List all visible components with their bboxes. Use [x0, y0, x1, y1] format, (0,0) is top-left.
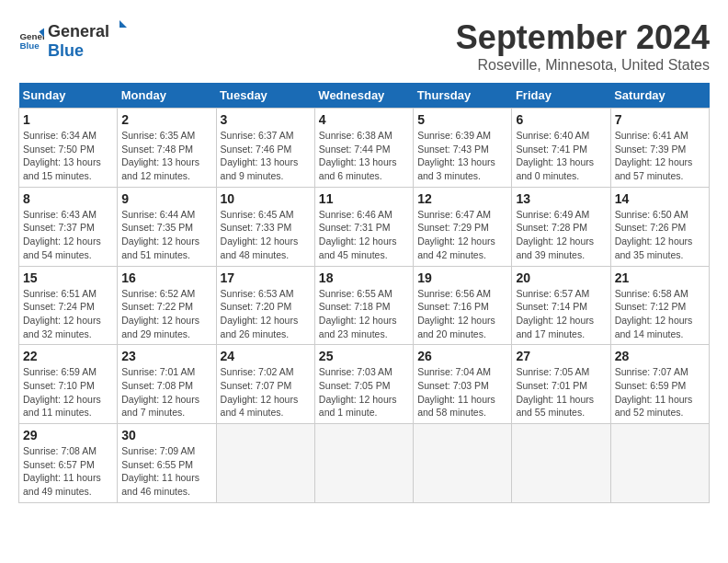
location-title: Roseville, Minnesota, United States [456, 57, 710, 74]
day-number: 28 [615, 349, 705, 363]
day-detail: Sunrise: 7:05 AMSunset: 7:01 PMDaylight:… [516, 365, 606, 419]
day-number: 25 [319, 349, 409, 363]
day-detail: Sunrise: 7:07 AMSunset: 6:59 PMDaylight:… [615, 365, 705, 419]
calendar-cell: 9Sunrise: 6:44 AMSunset: 7:35 PMDaylight… [118, 187, 216, 266]
calendar-cell: 5Sunrise: 6:39 AMSunset: 7:43 PMDaylight… [414, 109, 512, 188]
page-header: General Blue General Blue September 2024… [18, 18, 710, 74]
day-detail: Sunrise: 6:38 AMSunset: 7:44 PMDaylight:… [319, 129, 409, 183]
calendar-cell: 23Sunrise: 7:01 AMSunset: 7:08 PMDayligh… [118, 345, 216, 424]
day-number: 19 [417, 270, 507, 285]
header-thursday: Thursday [414, 83, 512, 109]
day-detail: Sunrise: 6:59 AMSunset: 7:10 PMDaylight:… [23, 365, 113, 419]
calendar-cell: 16Sunrise: 6:52 AMSunset: 7:22 PMDayligh… [118, 266, 216, 345]
header-friday: Friday [512, 83, 610, 109]
calendar-cell: 7Sunrise: 6:41 AMSunset: 7:39 PMDaylight… [610, 109, 709, 188]
day-number: 7 [615, 112, 705, 127]
calendar-cell: 11Sunrise: 6:46 AMSunset: 7:31 PMDayligh… [314, 187, 413, 266]
header-row: SundayMondayTuesdayWednesdayThursdayFrid… [19, 83, 710, 109]
calendar-cell: 14Sunrise: 6:50 AMSunset: 7:26 PMDayligh… [610, 187, 709, 266]
calendar-cell: 3Sunrise: 6:37 AMSunset: 7:46 PMDaylight… [216, 109, 314, 188]
day-detail: Sunrise: 6:46 AMSunset: 7:31 PMDaylight:… [319, 208, 409, 262]
day-detail: Sunrise: 6:55 AMSunset: 7:18 PMDaylight:… [319, 287, 409, 341]
day-detail: Sunrise: 6:44 AMSunset: 7:35 PMDaylight:… [121, 208, 211, 262]
day-number: 17 [221, 270, 311, 285]
day-number: 14 [615, 191, 705, 206]
calendar-cell [314, 424, 413, 503]
calendar-cell [610, 424, 709, 503]
day-detail: Sunrise: 6:52 AMSunset: 7:22 PMDaylight:… [121, 287, 211, 341]
day-number: 30 [121, 428, 211, 442]
calendar-cell: 8Sunrise: 6:43 AMSunset: 7:37 PMDaylight… [19, 187, 118, 266]
day-detail: Sunrise: 6:51 AMSunset: 7:24 PMDaylight:… [23, 287, 113, 341]
calendar-cell: 30Sunrise: 7:09 AMSunset: 6:55 PMDayligh… [118, 424, 216, 503]
day-number: 8 [23, 191, 113, 206]
day-number: 10 [221, 191, 311, 206]
week-row-5: 29Sunrise: 7:08 AMSunset: 6:57 PMDayligh… [19, 424, 710, 503]
calendar-cell: 19Sunrise: 6:56 AMSunset: 7:16 PMDayligh… [414, 266, 512, 345]
title-area: September 2024 Roseville, Minnesota, Uni… [456, 18, 710, 74]
day-detail: Sunrise: 6:37 AMSunset: 7:46 PMDaylight:… [221, 129, 311, 183]
day-number: 5 [417, 112, 507, 127]
day-detail: Sunrise: 6:50 AMSunset: 7:26 PMDaylight:… [615, 208, 705, 262]
header-monday: Monday [118, 83, 216, 109]
day-number: 18 [319, 270, 409, 285]
calendar-cell: 26Sunrise: 7:04 AMSunset: 7:03 PMDayligh… [414, 345, 512, 424]
calendar-cell: 21Sunrise: 6:58 AMSunset: 7:12 PMDayligh… [610, 266, 709, 345]
calendar-cell: 6Sunrise: 6:40 AMSunset: 7:41 PMDaylight… [512, 109, 610, 188]
day-number: 23 [121, 349, 211, 363]
day-number: 29 [23, 428, 113, 442]
day-detail: Sunrise: 6:41 AMSunset: 7:39 PMDaylight:… [615, 129, 705, 183]
day-detail: Sunrise: 7:09 AMSunset: 6:55 PMDaylight:… [121, 444, 211, 499]
header-wednesday: Wednesday [314, 83, 413, 109]
week-row-4: 22Sunrise: 6:59 AMSunset: 7:10 PMDayligh… [19, 345, 710, 424]
day-detail: Sunrise: 6:49 AMSunset: 7:28 PMDaylight:… [516, 208, 606, 262]
day-detail: Sunrise: 7:03 AMSunset: 7:05 PMDaylight:… [319, 365, 409, 419]
calendar-cell: 27Sunrise: 7:05 AMSunset: 7:01 PMDayligh… [512, 345, 610, 424]
calendar-cell [512, 424, 610, 503]
day-detail: Sunrise: 6:39 AMSunset: 7:43 PMDaylight:… [417, 129, 507, 183]
calendar-cell: 17Sunrise: 6:53 AMSunset: 7:20 PMDayligh… [216, 266, 314, 345]
day-detail: Sunrise: 6:35 AMSunset: 7:48 PMDaylight:… [121, 129, 211, 183]
calendar-cell: 28Sunrise: 7:07 AMSunset: 6:59 PMDayligh… [610, 345, 709, 424]
day-number: 15 [23, 270, 113, 285]
day-detail: Sunrise: 6:58 AMSunset: 7:12 PMDaylight:… [615, 287, 705, 341]
day-number: 9 [121, 191, 211, 206]
calendar-cell: 29Sunrise: 7:08 AMSunset: 6:57 PMDayligh… [19, 424, 118, 503]
day-detail: Sunrise: 7:01 AMSunset: 7:08 PMDaylight:… [121, 365, 211, 419]
calendar-cell: 4Sunrise: 6:38 AMSunset: 7:44 PMDaylight… [314, 109, 413, 188]
header-tuesday: Tuesday [216, 83, 314, 109]
day-detail: Sunrise: 7:02 AMSunset: 7:07 PMDaylight:… [221, 365, 311, 419]
calendar-cell: 15Sunrise: 6:51 AMSunset: 7:24 PMDayligh… [19, 266, 118, 345]
calendar-cell: 12Sunrise: 6:47 AMSunset: 7:29 PMDayligh… [414, 187, 512, 266]
logo-blue: Blue [48, 41, 84, 60]
logo-general: General [48, 22, 109, 41]
day-number: 2 [121, 112, 211, 127]
svg-text:Blue: Blue [19, 40, 40, 51]
day-number: 12 [417, 191, 507, 206]
calendar-cell: 1Sunrise: 6:34 AMSunset: 7:50 PMDaylight… [19, 109, 118, 188]
calendar-cell: 2Sunrise: 6:35 AMSunset: 7:48 PMDaylight… [118, 109, 216, 188]
header-sunday: Sunday [19, 83, 118, 109]
day-number: 27 [516, 349, 606, 363]
week-row-1: 1Sunrise: 6:34 AMSunset: 7:50 PMDaylight… [19, 109, 710, 188]
calendar-cell: 20Sunrise: 6:57 AMSunset: 7:14 PMDayligh… [512, 266, 610, 345]
day-detail: Sunrise: 6:45 AMSunset: 7:33 PMDaylight:… [221, 208, 311, 262]
day-detail: Sunrise: 6:34 AMSunset: 7:50 PMDaylight:… [23, 129, 113, 183]
day-detail: Sunrise: 7:04 AMSunset: 7:03 PMDaylight:… [417, 365, 507, 419]
calendar-table: SundayMondayTuesdayWednesdayThursdayFrid… [18, 83, 710, 503]
header-saturday: Saturday [610, 83, 709, 109]
calendar-cell [414, 424, 512, 503]
day-number: 20 [516, 270, 606, 285]
day-detail: Sunrise: 6:57 AMSunset: 7:14 PMDaylight:… [516, 287, 606, 341]
day-detail: Sunrise: 6:40 AMSunset: 7:41 PMDaylight:… [516, 129, 606, 183]
calendar-cell: 24Sunrise: 7:02 AMSunset: 7:07 PMDayligh… [216, 345, 314, 424]
calendar-cell: 10Sunrise: 6:45 AMSunset: 7:33 PMDayligh… [216, 187, 314, 266]
day-detail: Sunrise: 6:43 AMSunset: 7:37 PMDaylight:… [23, 208, 113, 262]
day-detail: Sunrise: 6:53 AMSunset: 7:20 PMDaylight:… [221, 287, 311, 341]
calendar-cell: 25Sunrise: 7:03 AMSunset: 7:05 PMDayligh… [314, 345, 413, 424]
svg-marker-3 [119, 20, 127, 28]
day-number: 13 [516, 191, 606, 206]
logo-arrow [110, 18, 129, 37]
day-detail: Sunrise: 6:47 AMSunset: 7:29 PMDaylight:… [417, 208, 507, 262]
day-number: 11 [319, 191, 409, 206]
